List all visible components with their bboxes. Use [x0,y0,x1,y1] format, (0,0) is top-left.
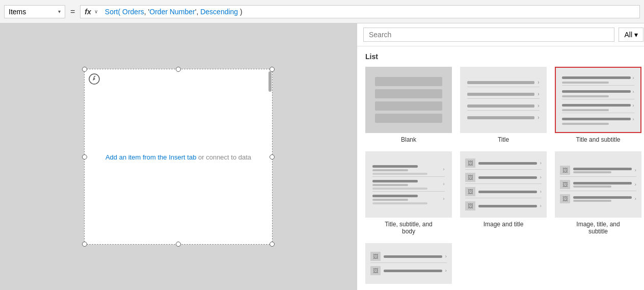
img-sub-arrow-2: › [635,182,636,187]
items-dropdown[interactable]: Items ▾ [4,5,65,18]
img-title-row-2: 🖼 › [465,171,541,184]
partial-img-lines-1 [384,255,442,258]
tsub-arrow-icon: › [633,89,634,94]
img-title-lines-3 [478,191,536,193]
add-item-text: Add an item from the Insert tab or conne… [105,153,251,161]
image-sub-icon-2: 🖼 [562,181,568,188]
layout-item-image-title[interactable]: 🖼 › 🖼 [460,151,547,235]
layout-item-partial-1[interactable]: 🖼 › 🖼 [365,243,452,284]
img-sub-short-1 [573,171,611,173]
search-input[interactable] [369,31,609,39]
layout-label-blank: Blank [401,136,416,143]
layout-thumb-title-subtitle: › › [555,67,641,133]
img-sub-thumb-3: 🖼 [560,194,570,203]
all-chevron-icon: ▾ [634,31,638,39]
title-line [467,81,534,84]
partial-main-1 [384,255,442,258]
image-icon-2: 🖼 [468,174,473,180]
title-arrow-icon: › [538,80,539,85]
img-line-long-1 [478,162,536,165]
layout-item-title[interactable]: › › › › [460,67,547,143]
tsub-main-line [562,76,630,79]
tsb-sub-1 [372,169,408,171]
layout-item-title-subtitle[interactable]: › › [555,67,641,143]
scroll-handle[interactable] [268,69,272,244]
main-content: Add an item from the Insert tab or conne… [0,23,644,290]
tsb-body-3 [372,202,427,204]
handle-bottom-middle[interactable] [176,242,181,247]
pencil-icon [89,73,101,86]
tsb-sub-2 [372,184,408,186]
tsb-main-3 [372,195,418,197]
top-bar: Items ▾ = fx ∨ Sort( Orders, 'Order Numb… [0,0,644,23]
partial-row-1: 🖼 › [370,250,446,263]
layout-thumb-image-title-subtitle: 🖼 › 🖼 [555,151,641,218]
title-sub-rows: › › [562,74,634,126]
title-arrow-icon: › [538,103,539,109]
formula-bar[interactable]: fx ∨ Sort( Orders, 'Order Number', Desce… [80,5,640,18]
layout-item-blank[interactable]: Blank [365,67,452,143]
image-icon-4: 🖼 [468,203,473,209]
list-widget[interactable]: Add an item from the Insert tab or conne… [84,69,273,245]
img-arrow-2: › [540,175,542,180]
img-line-long-4 [478,205,536,207]
partial-main-2 [384,270,442,272]
layout-grid-row2: › › › [365,151,641,235]
img-title-lines-1 [478,162,536,165]
img-sub-short-2 [573,186,611,188]
handle-top-left[interactable] [82,67,87,72]
img-title-row-3: 🖼 › [465,186,541,198]
layout-item-title-subtitle-body[interactable]: › › › [365,151,452,235]
img-sub-thumb-1: 🖼 [560,166,570,175]
blank-line-2 [375,89,443,98]
layout-grid-row1: Blank › › [365,67,641,143]
img-title-sub-lines-1 [573,168,631,173]
img-sub-main-1 [573,168,631,170]
all-label: All [624,31,632,39]
title-line [467,104,534,108]
img-sub-arrow-1: › [635,168,636,173]
img-title-rows: 🖼 › 🖼 [465,157,541,212]
layout-section: List Blank [357,46,644,290]
layout-item-image-title-subtitle[interactable]: 🖼 › 🖼 [555,151,641,235]
blank-line-4 [375,114,443,123]
insert-tab-link[interactable]: Add an item from the Insert tab [105,153,196,161]
title-row-4: › [467,113,539,122]
image-icon-1: 🖼 [468,160,473,166]
img-arrow-4: › [540,203,542,208]
image-sub-icon-3: 🖼 [562,196,568,202]
img-sub-main-3 [573,196,631,199]
tsb-main-1 [372,165,418,168]
partial-image-icon-1: 🖼 [373,253,379,259]
handle-middle-left[interactable] [82,154,87,160]
layout-label-tsb: Title, subtitle, andbody [385,221,433,235]
handle-top-middle[interactable] [176,67,181,72]
partial-arrow-1: › [445,254,447,259]
canvas-area: Add an item from the Insert tab or conne… [0,23,357,290]
tsb-main-2 [372,180,418,182]
title-row-3: › [467,101,539,111]
partial-image-icon-2: 🖼 [373,268,379,274]
blank-line-3 [375,101,443,111]
img-sub-short-3 [573,200,611,202]
layout-label-title-subtitle: Title and subtitle [576,136,621,143]
tsb-row-1: › [372,164,444,177]
handle-bottom-left[interactable] [82,242,87,247]
items-label: Items [9,8,26,16]
search-row: All ▾ [357,23,644,46]
img-title-lines-4 [478,205,536,207]
layout-thumb-title: › › › › [460,67,547,133]
tsub-main-line [562,118,630,120]
chevron-down-icon: ▾ [58,9,61,14]
tsub-main-line [562,90,630,93]
layout-thumb-title-subtitle-body: › › › [365,151,452,218]
img-title-sub-rows: 🖼 › 🖼 [560,164,636,205]
layout-label-image-title-subtitle: Image, title, andsubtitle [576,221,620,235]
img-title-sub-row-2: 🖼 › [560,178,636,191]
title-sub-row-2: › [562,88,634,99]
tsub-arrow-icon: › [633,117,634,122]
title-arrow-icon: › [538,115,539,120]
img-sub-arrow-3: › [635,196,636,201]
search-input-wrapper[interactable] [363,28,614,42]
all-filter-dropdown[interactable]: All ▾ [619,28,643,42]
